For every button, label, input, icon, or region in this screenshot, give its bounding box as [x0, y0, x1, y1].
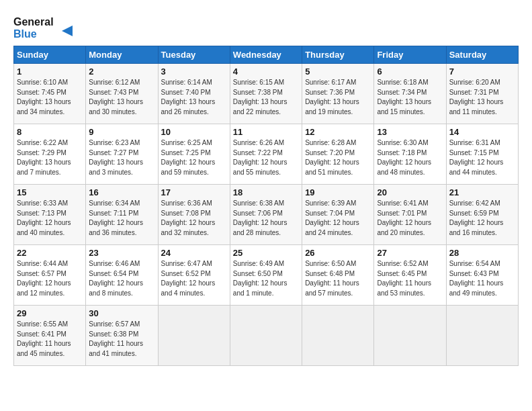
day-number: 22: [17, 248, 83, 258]
day-cell: 5 Sunrise: 6:17 AMSunset: 7:36 PMDayligh…: [302, 64, 374, 124]
day-cell: 15 Sunrise: 6:33 AMSunset: 7:13 PMDaylig…: [14, 185, 86, 245]
day-number: 28: [449, 248, 515, 258]
day-detail: Sunrise: 6:39 AMSunset: 7:04 PMDaylight:…: [305, 199, 359, 236]
day-detail: Sunrise: 6:31 AMSunset: 7:15 PMDaylight:…: [449, 139, 504, 176]
day-detail: Sunrise: 6:28 AMSunset: 7:20 PMDaylight:…: [305, 139, 359, 176]
day-cell: 29 Sunrise: 6:55 AMSunset: 6:41 PMDaylig…: [14, 306, 86, 366]
day-number: 10: [161, 127, 227, 137]
day-detail: Sunrise: 6:57 AMSunset: 6:38 PMDaylight:…: [89, 320, 143, 357]
day-cell: 28 Sunrise: 6:54 AMSunset: 6:43 PMDaylig…: [446, 245, 518, 306]
day-detail: Sunrise: 6:25 AMSunset: 7:25 PMDaylight:…: [161, 139, 216, 176]
day-detail: Sunrise: 6:34 AMSunset: 7:11 PMDaylight:…: [89, 199, 143, 236]
day-number: 11: [233, 127, 299, 137]
day-cell: 6 Sunrise: 6:18 AMSunset: 7:34 PMDayligh…: [374, 64, 446, 124]
day-detail: Sunrise: 6:18 AMSunset: 7:34 PMDaylight:…: [377, 79, 431, 116]
day-number: 12: [305, 127, 371, 137]
day-number: 25: [233, 248, 299, 258]
col-header-thursday: Thursday: [302, 46, 374, 64]
day-number: 20: [377, 187, 443, 197]
day-cell: 30 Sunrise: 6:57 AMSunset: 6:38 PMDaylig…: [86, 306, 158, 366]
day-detail: Sunrise: 6:41 AMSunset: 7:01 PMDaylight:…: [377, 199, 431, 236]
day-cell: 23 Sunrise: 6:46 AMSunset: 6:54 PMDaylig…: [86, 245, 158, 306]
day-number: 8: [17, 127, 83, 137]
col-header-tuesday: Tuesday: [158, 46, 230, 64]
day-detail: Sunrise: 6:52 AMSunset: 6:45 PMDaylight:…: [377, 260, 431, 297]
day-number: 26: [305, 248, 371, 258]
day-cell: [230, 306, 302, 366]
logo-svg: General Blue: [13, 12, 74, 40]
day-cell: 10 Sunrise: 6:25 AMSunset: 7:25 PMDaylig…: [158, 124, 230, 185]
svg-text:General: General: [13, 16, 54, 28]
day-number: 29: [17, 308, 83, 318]
day-detail: Sunrise: 6:12 AMSunset: 7:43 PMDaylight:…: [89, 79, 143, 116]
week-row-1: 1 Sunrise: 6:10 AMSunset: 7:45 PMDayligh…: [14, 64, 519, 124]
day-detail: Sunrise: 6:10 AMSunset: 7:45 PMDaylight:…: [17, 79, 71, 116]
day-detail: Sunrise: 6:33 AMSunset: 7:13 PMDaylight:…: [17, 199, 71, 236]
day-detail: Sunrise: 6:36 AMSunset: 7:08 PMDaylight:…: [161, 199, 216, 236]
col-header-friday: Friday: [374, 46, 446, 64]
day-cell: 26 Sunrise: 6:50 AMSunset: 6:48 PMDaylig…: [302, 245, 374, 306]
day-number: 4: [233, 66, 299, 77]
day-number: 2: [89, 66, 154, 77]
day-cell: 17 Sunrise: 6:36 AMSunset: 7:08 PMDaylig…: [158, 185, 230, 245]
day-number: 7: [449, 66, 515, 77]
col-header-sunday: Sunday: [14, 46, 86, 64]
day-number: 9: [89, 127, 154, 137]
day-number: 15: [17, 187, 83, 197]
day-cell: 3 Sunrise: 6:14 AMSunset: 7:40 PMDayligh…: [158, 64, 230, 124]
day-detail: Sunrise: 6:15 AMSunset: 7:38 PMDaylight:…: [233, 79, 287, 116]
day-detail: Sunrise: 6:47 AMSunset: 6:52 PMDaylight:…: [161, 260, 216, 297]
day-number: 24: [161, 248, 227, 258]
day-cell: 7 Sunrise: 6:20 AMSunset: 7:31 PMDayligh…: [446, 64, 518, 124]
day-number: 27: [377, 248, 443, 258]
calendar-table: SundayMondayTuesdayWednesdayThursdayFrid…: [13, 46, 519, 366]
calendar-header: SundayMondayTuesdayWednesdayThursdayFrid…: [14, 46, 519, 64]
day-cell: [302, 306, 374, 366]
day-detail: Sunrise: 6:26 AMSunset: 7:22 PMDaylight:…: [233, 139, 287, 176]
day-cell: 19 Sunrise: 6:39 AMSunset: 7:04 PMDaylig…: [302, 185, 374, 245]
page: General Blue SundayMondayTuesdayWednesda…: [0, 0, 532, 411]
day-detail: Sunrise: 6:22 AMSunset: 7:29 PMDaylight:…: [17, 139, 71, 176]
day-number: 21: [449, 187, 515, 197]
day-detail: Sunrise: 6:42 AMSunset: 6:59 PMDaylight:…: [449, 199, 504, 236]
day-detail: Sunrise: 6:38 AMSunset: 7:06 PMDaylight:…: [233, 199, 287, 236]
day-detail: Sunrise: 6:49 AMSunset: 6:50 PMDaylight:…: [233, 260, 287, 297]
day-cell: 8 Sunrise: 6:22 AMSunset: 7:29 PMDayligh…: [14, 124, 86, 185]
day-number: 23: [89, 248, 154, 258]
svg-marker-2: [62, 26, 73, 36]
week-row-4: 22 Sunrise: 6:44 AMSunset: 6:57 PMDaylig…: [14, 245, 519, 306]
header: General Blue: [13, 12, 519, 40]
calendar-body: 1 Sunrise: 6:10 AMSunset: 7:45 PMDayligh…: [14, 64, 519, 366]
day-number: 6: [377, 66, 443, 77]
day-cell: 12 Sunrise: 6:28 AMSunset: 7:20 PMDaylig…: [302, 124, 374, 185]
day-detail: Sunrise: 6:50 AMSunset: 6:48 PMDaylight:…: [305, 260, 359, 297]
week-row-5: 29 Sunrise: 6:55 AMSunset: 6:41 PMDaylig…: [14, 306, 519, 366]
day-cell: 11 Sunrise: 6:26 AMSunset: 7:22 PMDaylig…: [230, 124, 302, 185]
day-cell: 18 Sunrise: 6:38 AMSunset: 7:06 PMDaylig…: [230, 185, 302, 245]
day-number: 17: [161, 187, 227, 197]
day-number: 5: [305, 66, 371, 77]
day-cell: 16 Sunrise: 6:34 AMSunset: 7:11 PMDaylig…: [86, 185, 158, 245]
day-cell: 2 Sunrise: 6:12 AMSunset: 7:43 PMDayligh…: [86, 64, 158, 124]
day-cell: 13 Sunrise: 6:30 AMSunset: 7:18 PMDaylig…: [374, 124, 446, 185]
day-detail: Sunrise: 6:17 AMSunset: 7:36 PMDaylight:…: [305, 79, 359, 116]
day-detail: Sunrise: 6:30 AMSunset: 7:18 PMDaylight:…: [377, 139, 431, 176]
day-cell: 14 Sunrise: 6:31 AMSunset: 7:15 PMDaylig…: [446, 124, 518, 185]
week-row-2: 8 Sunrise: 6:22 AMSunset: 7:29 PMDayligh…: [14, 124, 519, 185]
day-detail: Sunrise: 6:23 AMSunset: 7:27 PMDaylight:…: [89, 139, 143, 176]
svg-text:Blue: Blue: [13, 28, 37, 40]
day-detail: Sunrise: 6:44 AMSunset: 6:57 PMDaylight:…: [17, 260, 71, 297]
day-number: 13: [377, 127, 443, 137]
day-cell: 20 Sunrise: 6:41 AMSunset: 7:01 PMDaylig…: [374, 185, 446, 245]
day-cell: 4 Sunrise: 6:15 AMSunset: 7:38 PMDayligh…: [230, 64, 302, 124]
day-number: 19: [305, 187, 371, 197]
day-cell: 27 Sunrise: 6:52 AMSunset: 6:45 PMDaylig…: [374, 245, 446, 306]
day-detail: Sunrise: 6:55 AMSunset: 6:41 PMDaylight:…: [17, 320, 71, 357]
day-number: 3: [161, 66, 227, 77]
day-detail: Sunrise: 6:20 AMSunset: 7:31 PMDaylight:…: [449, 79, 504, 116]
day-cell: [446, 306, 518, 366]
day-number: 14: [449, 127, 515, 137]
day-detail: Sunrise: 6:46 AMSunset: 6:54 PMDaylight:…: [89, 260, 143, 297]
day-cell: 21 Sunrise: 6:42 AMSunset: 6:59 PMDaylig…: [446, 185, 518, 245]
day-number: 18: [233, 187, 299, 197]
